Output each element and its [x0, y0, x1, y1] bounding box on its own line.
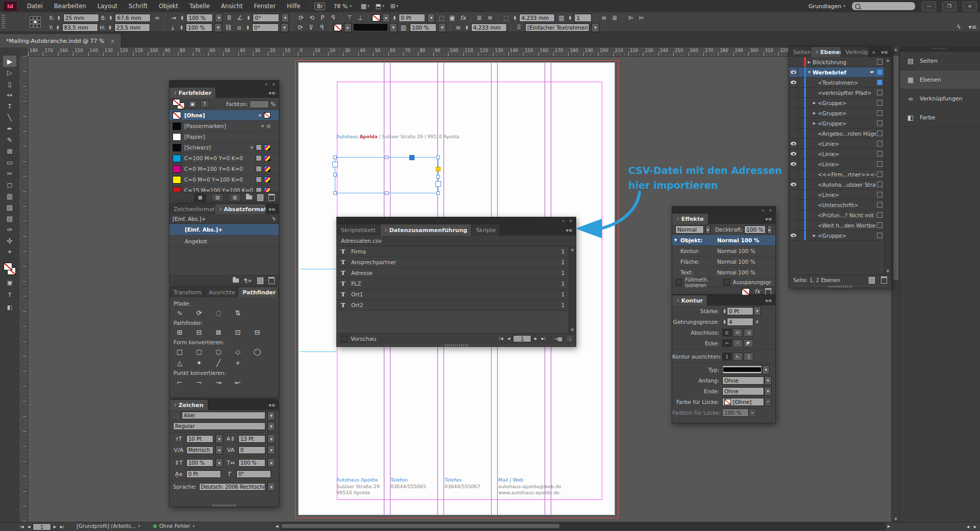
eyedropper-tool[interactable]: ✑ [3, 224, 16, 235]
swatch-row[interactable]: [Ohne]× [169, 110, 279, 121]
join-option-icon[interactable]: ◜ [733, 339, 743, 347]
frame-handle[interactable] [333, 173, 337, 176]
scroll-down-icon[interactable]: ▼ [571, 328, 574, 332]
panel-resize-grip[interactable] [828, 286, 852, 288]
effects-fx-icon[interactable]: fx [458, 13, 467, 22]
dropdown-arrow-icon[interactable]: ▼ [267, 422, 275, 431]
type-tool[interactable]: T [3, 100, 16, 112]
swatch-row[interactable]: [Passermarken]×◎ [169, 121, 279, 132]
join-option-icon[interactable]: ⌐ [722, 339, 732, 347]
panel-titlebar[interactable]: « × [672, 207, 775, 214]
slider-arrow-icon[interactable]: ▶ [767, 225, 772, 234]
delete-swatch-icon[interactable] [268, 194, 275, 201]
expand-panel-icon[interactable]: » [869, 47, 878, 57]
zoom-level-dropdown[interactable]: 78 % ▾ [333, 3, 351, 10]
lock-column[interactable] [798, 159, 804, 169]
dropdown-arrow-icon[interactable]: ▼ [267, 458, 275, 467]
layer-selection-square[interactable] [877, 212, 883, 218]
panel-menu-icon[interactable]: ▾≡ [266, 204, 279, 214]
frame-fitting-icon[interactable]: ⬚ [502, 13, 510, 22]
tab-zeichen[interactable]: ⇕Zeichen [169, 400, 208, 410]
lock-column[interactable] [798, 88, 804, 97]
vertical-ruler[interactable] [19, 56, 28, 522]
lock-column[interactable] [798, 78, 804, 87]
tab-skriptetikett[interactable]: Skriptetikett [337, 224, 380, 236]
stepper[interactable]: ▲▼ [179, 25, 184, 30]
layer-row[interactable]: <verknüpfter Pfad> [789, 88, 885, 98]
data-source-row[interactable]: Adressaten.csv [337, 236, 576, 246]
layer-selection-square[interactable] [877, 233, 883, 238]
swatch-row[interactable]: C=100 M=0 Y=0 K=0 [169, 153, 279, 164]
layer-row[interactable]: ▶<Gruppe> [789, 118, 885, 129]
stepper[interactable]: ▲▼ [56, 25, 60, 30]
expand-icon[interactable]: ▶ [812, 111, 817, 115]
note-tool[interactable]: ▤ [3, 213, 16, 224]
panel-menu-icon[interactable]: ▾≡ [878, 47, 891, 57]
visibility-toggle[interactable] [789, 118, 798, 128]
lock-column[interactable] [798, 118, 804, 128]
rotate-180-icon[interactable]: ⟳ [296, 23, 305, 32]
cap-option-icon[interactable]: ⊂ [733, 328, 743, 337]
visibility-toggle[interactable] [789, 139, 798, 148]
layer-row[interactable]: <Linie> [789, 190, 885, 200]
frame-handle[interactable] [333, 191, 337, 195]
panel-menu-icon[interactable]: ▾≡ [266, 88, 279, 98]
text-wrap-off-icon[interactable]: ≣ [475, 13, 483, 22]
layer-row[interactable]: <<<Firm...rtner>><<...> [789, 169, 885, 180]
layer-selection-square[interactable] [877, 80, 883, 85]
menu-hilfe[interactable]: Hilfe [281, 0, 306, 12]
panel-menu-icon[interactable]: ▾≡ [763, 214, 775, 224]
rectangle-frame-tool[interactable]: ⊠ [3, 145, 16, 157]
effects-row[interactable]: Fläche:Normal 100 % [672, 257, 775, 267]
dropdown-arrow-icon[interactable]: ▼ [215, 13, 223, 22]
convert-ellipse-icon[interactable]: ○ [212, 346, 225, 357]
smooth-point-icon[interactable]: ↝ [212, 377, 225, 387]
panel-menu-icon[interactable]: ▾≡ [763, 295, 775, 306]
collapse-icon[interactable]: « [762, 208, 765, 213]
convert-beveled-rectangle-icon[interactable]: ◇ [232, 346, 244, 357]
lock-column[interactable] [798, 67, 804, 77]
cap-option-icon[interactable]: ⊐ [744, 328, 753, 337]
menu-ansicht[interactable]: Ansicht [215, 0, 248, 12]
tab-absatzformate[interactable]: ⇕Absatzformate [215, 204, 266, 214]
tracking-field[interactable]: 0 [238, 446, 265, 454]
gradient-tool[interactable]: ▥ [3, 190, 16, 201]
rectangle-tool[interactable]: ▭ [3, 157, 16, 168]
lock-column[interactable] [798, 139, 804, 148]
paragraph-style-item[interactable]: Angebot [169, 236, 279, 247]
tab-seiten[interactable]: Seiten [789, 47, 811, 57]
view-color-groups-icon[interactable]: ▤ [211, 193, 224, 202]
tab-verknuepfungen[interactable]: Verknüpf [841, 47, 869, 57]
layer-selection-square[interactable] [877, 182, 883, 187]
scroll-down-icon[interactable]: ▼ [887, 269, 889, 273]
open-path-icon[interactable]: ⟳ [193, 308, 205, 318]
ruler-origin-corner[interactable] [19, 47, 28, 57]
layer-selection-square[interactable] [877, 171, 883, 177]
restore-button[interactable]: ❐ [942, 2, 957, 11]
swatch-row[interactable]: [Papier] [169, 132, 279, 142]
frame-in-port[interactable] [435, 181, 441, 187]
pen-tool[interactable]: ✒ [3, 123, 16, 134]
gap-tool[interactable]: ↔ [3, 89, 16, 100]
menu-datei[interactable]: Datei [21, 0, 48, 12]
lock-column[interactable] [798, 57, 804, 67]
lock-column[interactable] [798, 129, 804, 138]
view-options-button[interactable]: ▦▾ [361, 3, 370, 10]
frame-handle[interactable] [333, 156, 337, 159]
stroke-type-preview[interactable] [354, 24, 387, 31]
record-number-field[interactable]: 1 [513, 335, 531, 342]
new-group-folder-icon[interactable] [246, 195, 252, 199]
horizontal-ruler[interactable]: 1801701601501401301201101009080706050403… [28, 47, 789, 57]
layer-row[interactable]: ▶<Gruppe> [789, 98, 885, 108]
horizontal-scrollbar[interactable]: ◀ ▶ [274, 523, 892, 530]
record-previous-icon[interactable]: ◀ [505, 336, 512, 342]
y-field[interactable]: 83,5 mm [62, 23, 98, 32]
swatch-row[interactable]: [Schwarz]× [169, 142, 279, 153]
tint-field[interactable]: 100 % [410, 23, 436, 32]
convert-rectangle-icon[interactable]: □ [174, 346, 186, 357]
baseline-grid-icon[interactable]: ⊫ [626, 13, 635, 22]
tab-farbfelder[interactable]: ⇕Farbfelder [169, 88, 216, 98]
zoom-tool[interactable]: ⌖ [3, 246, 16, 258]
opacity-field[interactable]: 100 % [744, 225, 765, 234]
rotate-cw-icon[interactable]: ⟳ [297, 13, 305, 22]
